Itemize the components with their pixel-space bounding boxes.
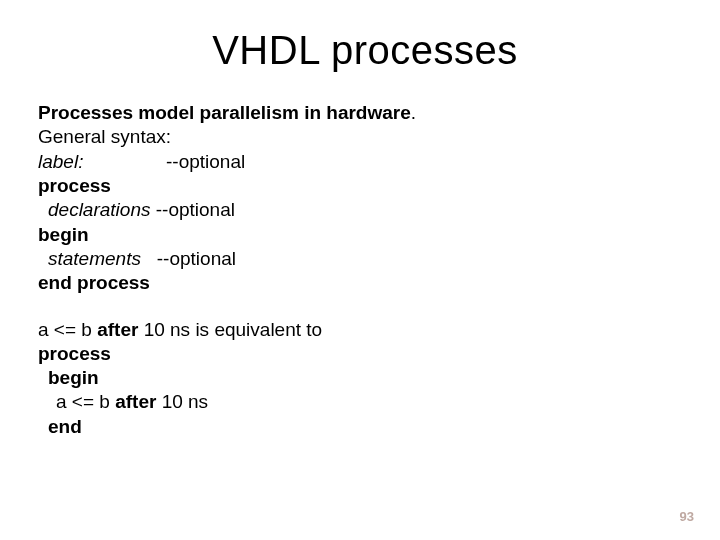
page-number: 93 <box>680 509 694 524</box>
text-plain: --optional <box>141 247 236 271</box>
text-plain: 10 ns <box>156 390 208 414</box>
slide-title: VHDL processes <box>38 28 692 73</box>
text-italic: label: <box>38 150 166 174</box>
line-equiv: a <= b after 10 ns is equivalent to <box>38 318 692 342</box>
text-bold: begin <box>38 223 89 247</box>
line-begin: begin <box>38 223 692 247</box>
text-plain: --optional <box>150 198 235 222</box>
text-bold: begin <box>48 366 99 390</box>
line-end2: end <box>38 415 692 439</box>
line-processes-model: Processes model parallelism in hardware. <box>38 101 692 125</box>
text-italic: declarations <box>48 198 150 222</box>
text-bold: after <box>115 390 156 414</box>
text-bold: after <box>97 318 138 342</box>
slide: VHDL processes Processes model paralleli… <box>0 0 720 540</box>
text-bold: end process <box>38 271 150 295</box>
line-process2: process <box>38 342 692 366</box>
text-bold: process <box>38 342 111 366</box>
text-plain: . <box>411 101 416 125</box>
text-bold: process <box>38 174 111 198</box>
line-begin2: begin <box>38 366 692 390</box>
line-label: label: --optional <box>38 150 692 174</box>
text-plain: 10 ns is equivalent to <box>138 318 322 342</box>
text-plain: --optional <box>166 150 245 174</box>
line-end-process: end process <box>38 271 692 295</box>
line-declarations: declarations --optional <box>38 198 692 222</box>
line-statements: statements --optional <box>38 247 692 271</box>
spacer <box>38 296 692 318</box>
text-italic: statements <box>48 247 141 271</box>
slide-body: Processes model parallelism in hardware.… <box>38 101 692 439</box>
text-plain: General syntax: <box>38 125 171 149</box>
text-bold: Processes model parallelism in hardware <box>38 101 411 125</box>
line-process: process <box>38 174 692 198</box>
line-general-syntax: General syntax: <box>38 125 692 149</box>
text-plain: a <= b <box>38 318 97 342</box>
text-plain: a <= b <box>56 390 115 414</box>
text-bold: end <box>48 415 82 439</box>
line-assign2: a <= b after 10 ns <box>38 390 692 414</box>
